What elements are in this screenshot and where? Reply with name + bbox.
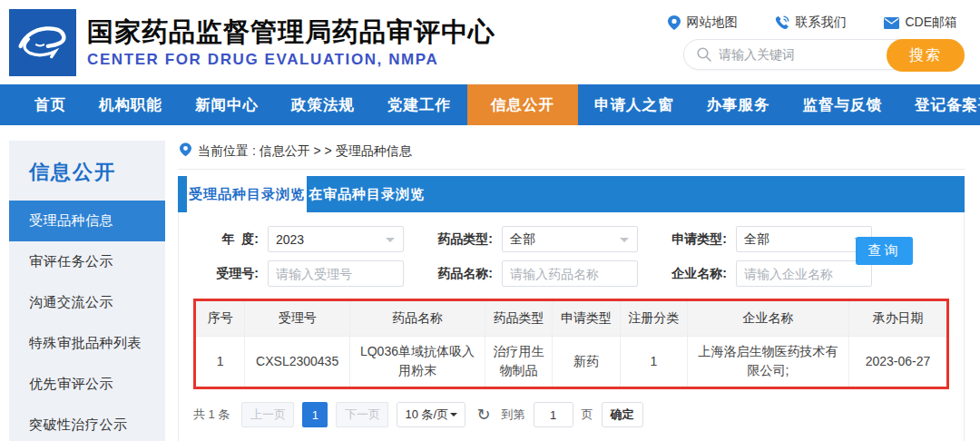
drug-type-value: 全部 (510, 231, 535, 248)
link-cde-mail[interactable]: CDE邮箱 (884, 15, 957, 31)
highlight-box: 序号 受理号 药品名称 药品类型 申请类型 注册分类 企业名称 承办日期 (193, 299, 949, 389)
results-table: 序号 受理号 药品名称 药品类型 申请类型 注册分类 企业名称 承办日期 (196, 301, 946, 387)
acceptance-no-input[interactable] (276, 267, 396, 281)
company-input[interactable] (744, 267, 864, 281)
tab-accepted-catalog[interactable]: 受理品种目录浏览 (187, 176, 307, 212)
table-header-row: 序号 受理号 药品名称 药品类型 申请类型 注册分类 企业名称 承办日期 (196, 301, 946, 336)
goto-unit: 页 (582, 407, 593, 423)
filter-drug-type: 药品类型: 全部 (429, 226, 638, 252)
search-icon (697, 47, 711, 62)
sidebar-item-communication[interactable]: 沟通交流公示 (9, 282, 165, 323)
year-value: 2023 (276, 232, 304, 247)
acceptance-no-label: 受理号: (195, 266, 268, 282)
drug-type-select[interactable]: 全部 (502, 226, 638, 252)
nav-item-info-disclosure[interactable]: 信息公开 (467, 84, 578, 125)
header-right: 网站地图 联系我们 CDE邮箱 (668, 15, 965, 70)
filter-form: 年 度: 2023 药品类型: 全部 申请类型: (193, 224, 949, 287)
drug-type-label: 药品类型: (429, 231, 502, 248)
breadcrumb: 当前位置 : 信息公开 > > 受理品种信息 (178, 141, 965, 169)
cell-seq: 1 (196, 336, 245, 387)
site-title: 国家药品监督管理局药品审评中心 (87, 15, 495, 48)
filter-company: 企业名称: (663, 260, 872, 287)
col-header-acceptance-no: 受理号 (245, 301, 350, 336)
breadcrumb-pin-icon (180, 142, 191, 160)
nav-item-policies[interactable]: 政策法规 (275, 84, 371, 125)
refresh-icon[interactable]: ↻ (476, 407, 490, 423)
page-number-1[interactable]: 1 (302, 402, 328, 427)
col-header-apply-type: 申请类型 (553, 301, 620, 336)
pagination: 共 1 条 上一页 1 下一页 10 条/页 ↻ 到第 页 确定 (193, 402, 949, 427)
sidebar-item-review-tasks[interactable]: 审评任务公示 (9, 241, 165, 282)
cell-drug-name: LQ036单域抗体吸入用粉末 (350, 336, 485, 387)
content-panel: 年 度: 2023 药品类型: 全部 申请类型: (178, 212, 965, 441)
quick-link-label: 网站地图 (686, 15, 737, 31)
table-row: 1 CXSL2300435 LQ036单域抗体吸入用粉末 治疗用生物制品 新药 … (196, 336, 946, 387)
year-label: 年 度: (195, 231, 268, 248)
site-header: 国家药品监督管理局药品审评中心 CENTER FOR DRUG EVALUATI… (0, 0, 980, 84)
drug-name-input[interactable] (510, 267, 630, 281)
filter-apply-type: 申请类型: 全部 (663, 226, 872, 252)
site-subtitle: CENTER FOR DRUG EVALUATION, NMPA (87, 51, 495, 69)
next-page-button[interactable]: 下一页 (336, 402, 388, 427)
page-size-select[interactable]: 10 条/页 (397, 402, 466, 427)
cell-reg-class: 1 (620, 336, 687, 387)
main-nav: 首页 机构职能 新闻中心 政策法规 党建工作 信息公开 申请人之窗 办事服务 监… (0, 84, 980, 125)
breadcrumb-divider (178, 169, 965, 170)
envelope-icon (884, 17, 899, 29)
nav-item-applicant-window[interactable]: 申请人之窗 (578, 84, 691, 125)
main-panel: 当前位置 : 信息公开 > > 受理品种信息 受理品种目录浏览 在审品种目录浏览… (178, 141, 965, 441)
confirm-button[interactable]: 确定 (602, 402, 643, 427)
page-size-value: 10 条/页 (405, 407, 448, 423)
company-field (736, 260, 872, 287)
nav-item-news[interactable]: 新闻中心 (179, 84, 275, 125)
sidebar: 信息公开 受理品种信息 审评任务公示 沟通交流公示 特殊审批品种列表 优先审评公… (9, 141, 165, 441)
tab-under-review-catalog[interactable]: 在审品种目录浏览 (307, 176, 426, 212)
nav-item-party-building[interactable]: 党建工作 (371, 84, 467, 125)
quick-links: 网站地图 联系我们 CDE邮箱 (668, 15, 957, 31)
filter-drug-name: 药品名称: (429, 260, 638, 287)
col-header-reg-class: 注册分类 (620, 301, 687, 336)
brand: 国家药品监督管理局药品审评中心 CENTER FOR DRUG EVALUATI… (9, 9, 495, 76)
col-header-company: 企业名称 (688, 301, 849, 336)
apply-type-label: 申请类型: (663, 231, 736, 248)
sidebar-title: 信息公开 (9, 141, 165, 201)
link-contact-us[interactable]: 联系我们 (775, 15, 846, 31)
drug-name-field (502, 260, 638, 287)
acceptance-no-field (268, 260, 404, 287)
sidebar-item-breakthrough-therapy[interactable]: 突破性治疗公示 (9, 405, 165, 441)
cell-drug-type: 治疗用生物制品 (485, 336, 552, 387)
nav-item-registration-platform[interactable]: 登记备案平台 (898, 84, 980, 125)
drug-name-label: 药品名称: (429, 266, 502, 282)
sidebar-item-accepted-varieties[interactable]: 受理品种信息 (9, 201, 165, 241)
nav-item-home[interactable]: 首页 (18, 84, 83, 125)
filter-row-1: 年 度: 2023 药品类型: 全部 申请类型: (195, 226, 949, 252)
cell-acceptance-no: CXSL2300435 (245, 336, 350, 387)
query-button[interactable]: 查询 (856, 237, 913, 265)
cell-company: 上海洛启生物医药技术有限公司; (688, 336, 849, 387)
filter-year: 年 度: 2023 (195, 226, 404, 252)
prev-page-button[interactable]: 上一页 (241, 402, 294, 427)
search-button[interactable]: 搜索 (887, 39, 965, 72)
nav-item-services[interactable]: 办事服务 (691, 84, 787, 125)
apply-type-select[interactable]: 全部 (736, 226, 872, 252)
col-header-drug-type: 药品类型 (485, 301, 552, 336)
breadcrumb-text: 当前位置 : 信息公开 > > 受理品种信息 (198, 143, 412, 160)
content: 信息公开 受理品种信息 审评任务公示 沟通交流公示 特殊审批品种列表 优先审评公… (0, 125, 980, 441)
quick-link-label: 联系我们 (795, 15, 846, 31)
col-header-seq: 序号 (196, 301, 245, 336)
filter-acceptance-no: 受理号: (195, 260, 404, 287)
phone-icon (775, 15, 789, 30)
link-site-map[interactable]: 网站地图 (668, 15, 737, 31)
sidebar-item-special-approval[interactable]: 特殊审批品种列表 (9, 323, 165, 364)
location-pin-icon (668, 15, 681, 30)
cell-date: 2023-06-27 (848, 336, 946, 387)
company-label: 企业名称: (663, 266, 736, 282)
year-select[interactable]: 2023 (268, 226, 404, 252)
goto-page-input[interactable] (534, 402, 573, 427)
col-header-date: 承办日期 (848, 301, 946, 336)
sidebar-item-priority-review[interactable]: 优先审评公示 (9, 364, 165, 405)
nav-item-functions[interactable]: 机构职能 (83, 84, 179, 125)
quick-link-label: CDE邮箱 (905, 15, 957, 31)
nav-item-supervision-feedback[interactable]: 监督与反馈 (787, 84, 899, 125)
apply-type-value: 全部 (744, 231, 769, 248)
